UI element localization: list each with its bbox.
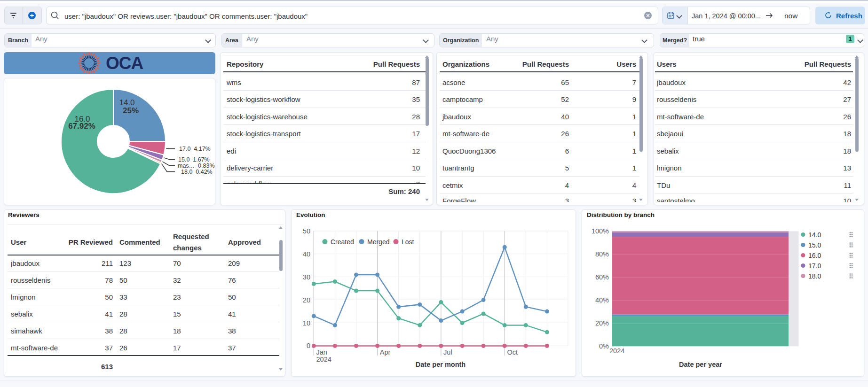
svg-text:Jan: Jan — [316, 348, 327, 356]
svg-text:0%: 0% — [599, 342, 609, 350]
svg-text:2024: 2024 — [609, 347, 624, 355]
svg-text:0: 0 — [307, 342, 310, 349]
svg-text:Jul: Jul — [443, 348, 452, 356]
svg-text:20: 20 — [303, 296, 310, 304]
svg-text:60%: 60% — [595, 273, 609, 281]
svg-text:14.0: 14.0 — [808, 231, 821, 239]
svg-text:15.0: 15.0 — [808, 241, 821, 249]
svg-text:18.0 0.42%: 18.0 0.42% — [181, 169, 213, 175]
svg-text:Created: Created — [331, 238, 354, 246]
svg-text:mas… 0.83%: mas… 0.83% — [178, 163, 215, 169]
svg-text:50: 50 — [303, 227, 310, 235]
svg-text:30: 30 — [303, 273, 310, 281]
svg-text:40%: 40% — [595, 296, 609, 304]
svg-text:16.0: 16.0 — [808, 252, 821, 259]
svg-text:15.0 1.67%: 15.0 1.67% — [178, 156, 210, 163]
svg-text:40: 40 — [303, 250, 310, 258]
svg-text:Lost: Lost — [402, 238, 414, 246]
svg-text:17.0 4.17%: 17.0 4.17% — [179, 146, 211, 152]
svg-text:100%: 100% — [592, 227, 609, 235]
svg-text:Merged: Merged — [367, 238, 389, 246]
svg-text:20%: 20% — [595, 319, 609, 327]
svg-text:67.92%: 67.92% — [68, 122, 95, 131]
svg-text:2024: 2024 — [316, 356, 331, 363]
svg-text:80%: 80% — [595, 250, 609, 258]
svg-text:Oct: Oct — [507, 348, 518, 356]
svg-text:25%: 25% — [123, 106, 139, 115]
svg-text:10: 10 — [303, 319, 310, 327]
svg-text:Apr: Apr — [380, 348, 391, 356]
svg-text:Date per year: Date per year — [679, 361, 722, 368]
svg-text:Date per month: Date per month — [416, 361, 466, 368]
svg-text:18.0: 18.0 — [808, 272, 821, 280]
svg-text:17.0: 17.0 — [808, 262, 821, 270]
